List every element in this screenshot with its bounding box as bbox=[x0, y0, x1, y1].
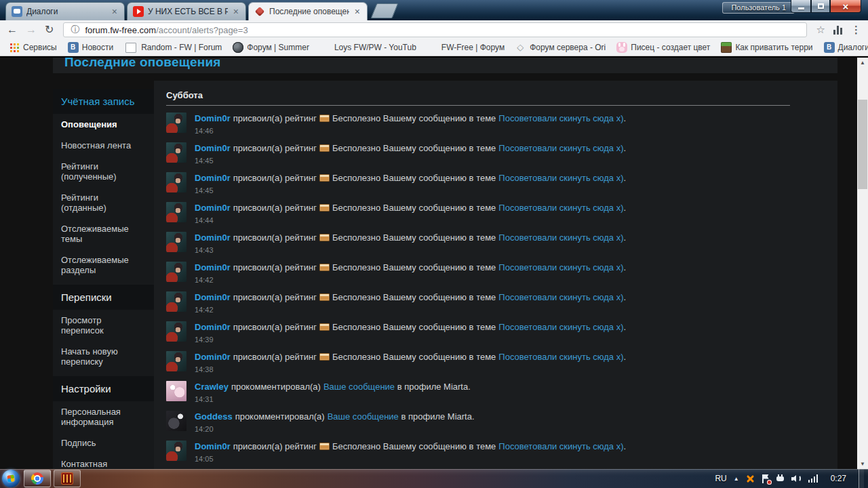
bookmark-item[interactable]: Форум сервера - Ori bbox=[511, 41, 610, 54]
avatar[interactable] bbox=[166, 321, 186, 342]
tab-close-icon[interactable]: × bbox=[111, 7, 119, 16]
alert-target-link[interactable]: Посоветовали скинуть сюда х) bbox=[498, 113, 623, 123]
bookmark-item[interactable]: Писец - создает цвет bbox=[612, 41, 715, 54]
username-link[interactable]: Domin0r bbox=[195, 113, 231, 123]
sidebar-item-link[interactable]: Рейтинги (отданные) bbox=[53, 187, 154, 218]
show-desktop-button[interactable] bbox=[859, 469, 864, 488]
bookmark-item[interactable]: Форум | Summer bbox=[228, 41, 314, 54]
maximize-button[interactable] bbox=[811, 0, 830, 13]
tab-close-icon[interactable]: × bbox=[353, 7, 361, 16]
bookmark-item[interactable]: FW-Free | Форум bbox=[422, 41, 509, 54]
alert-target-link[interactable]: Посоветовали скинуть сюда х) bbox=[498, 441, 623, 451]
sidebar-item-link[interactable]: Новостная лента bbox=[53, 135, 154, 156]
language-indicator[interactable]: RU bbox=[715, 474, 726, 483]
username-link[interactable]: Domin0r bbox=[195, 173, 231, 183]
bookmark-item[interactable]: Диалоги bbox=[819, 41, 868, 54]
page-scrollbar[interactable]: ▲ ▼ bbox=[857, 58, 868, 469]
username-link[interactable]: Domin0r bbox=[195, 352, 231, 362]
sidebar-item-link[interactable]: Персональная информация bbox=[53, 401, 154, 432]
sidebar-item-link[interactable]: Просмотр переписок bbox=[53, 310, 154, 341]
close-button[interactable]: × bbox=[830, 0, 861, 13]
sidebar-item-link[interactable]: Контактная информация bbox=[53, 453, 154, 469]
sidebar-item-link[interactable]: Начать новую переписку bbox=[53, 341, 154, 372]
sidebar-item-link[interactable]: Подпись bbox=[53, 432, 154, 453]
scroll-down-icon[interactable]: ▼ bbox=[857, 459, 868, 469]
page-info-icon[interactable]: ⓘ bbox=[71, 24, 79, 36]
network-plug-icon[interactable] bbox=[776, 474, 785, 483]
username-link[interactable]: Domin0r bbox=[195, 203, 231, 213]
scrollbar-thumb[interactable] bbox=[858, 100, 867, 189]
username-link[interactable]: Domin0r bbox=[195, 441, 231, 451]
avatar[interactable] bbox=[166, 232, 186, 252]
username-link[interactable]: Goddess bbox=[195, 411, 233, 422]
sidebar-item-section[interactable]: Настройки bbox=[53, 376, 154, 401]
bookmark-item[interactable]: Как приватить терри bbox=[716, 41, 817, 54]
address-bar[interactable]: ⓘ forum.fw-free.com/account/alerts?page=… bbox=[63, 22, 806, 37]
sidebar-item-link[interactable]: Рейтинги (полученные) bbox=[53, 156, 154, 187]
browser-toolbar: ← → ↻ ⓘ forum.fw-free.com/account/alerts… bbox=[0, 20, 868, 39]
avatar[interactable] bbox=[166, 172, 186, 192]
username-link[interactable]: Domin0r bbox=[195, 262, 231, 272]
antivirus-icon[interactable] bbox=[746, 474, 755, 483]
username-link[interactable]: Crawley bbox=[195, 382, 229, 392]
bookmark-item[interactable]: Сервисы bbox=[4, 41, 62, 54]
username-link[interactable]: Domin0r bbox=[195, 292, 231, 302]
alert-suffix-text: . bbox=[624, 322, 627, 332]
action-center-flag-icon[interactable] bbox=[762, 474, 770, 483]
tab-close-icon[interactable]: × bbox=[232, 7, 240, 16]
bookmark-star-icon[interactable]: ☆ bbox=[816, 24, 825, 36]
browser-tab[interactable]: У НИХ ЕСТЬ ВСЕ В PW! Т × bbox=[127, 2, 246, 20]
back-button[interactable]: ← bbox=[7, 24, 18, 35]
hidden-icons-arrow-icon[interactable]: ▲ bbox=[734, 476, 739, 482]
username-link[interactable]: Domin0r bbox=[195, 143, 231, 153]
extension-barchart-icon[interactable] bbox=[833, 26, 843, 35]
start-button[interactable] bbox=[2, 470, 20, 487]
alert-target-link[interactable]: Ваше сообщение bbox=[323, 382, 395, 392]
sidebar-item-tab-header[interactable]: Учётная запись bbox=[53, 89, 154, 114]
page-header: Последние оповещения bbox=[53, 58, 837, 73]
bookmark-item[interactable]: Новости bbox=[63, 41, 118, 54]
bookmark-item[interactable]: Loys FW/PW - YouTub bbox=[315, 41, 421, 54]
alert-target-link[interactable]: Посоветовали скинуть сюда х) bbox=[498, 262, 623, 272]
alert-target-link[interactable]: Посоветовали скинуть сюда х) bbox=[498, 232, 623, 243]
avatar[interactable] bbox=[166, 351, 186, 371]
clock[interactable]: 0:27 bbox=[825, 474, 852, 483]
sidebar-item-section[interactable]: Переписки bbox=[53, 285, 154, 310]
avatar[interactable] bbox=[166, 291, 186, 312]
forward-button[interactable]: → bbox=[26, 24, 37, 35]
username-link[interactable]: Domin0r bbox=[195, 232, 231, 243]
avatar[interactable] bbox=[166, 142, 186, 163]
avatar[interactable] bbox=[166, 381, 186, 401]
avatar[interactable] bbox=[166, 113, 186, 133]
avatar[interactable] bbox=[166, 441, 186, 461]
alert-target-link[interactable]: Посоветовали скинуть сюда х) bbox=[498, 322, 623, 332]
alert-target-link[interactable]: Посоветовали скинуть сюда х) bbox=[498, 352, 623, 362]
minimize-button[interactable] bbox=[791, 0, 811, 13]
alert-target-link[interactable]: Посоветовали скинуть сюда х) bbox=[498, 173, 623, 183]
chrome-menu-icon[interactable]: ⋮ bbox=[851, 24, 861, 36]
alert-target-link[interactable]: Ваше сообщение bbox=[328, 411, 399, 422]
chrome-profile-button[interactable]: Пользователь 1 bbox=[722, 2, 795, 14]
alert-target-link[interactable]: Посоветовали скинуть сюда х) bbox=[498, 143, 623, 153]
avatar[interactable] bbox=[166, 262, 186, 282]
sidebar-item-link[interactable]: Отслеживаемые разделы bbox=[53, 249, 154, 281]
sidebar-item-selected[interactable]: Оповещения bbox=[53, 114, 154, 135]
browser-tab[interactable]: Диалоги × bbox=[5, 2, 125, 20]
new-tab-button[interactable] bbox=[371, 3, 399, 18]
taskbar-game-button[interactable] bbox=[54, 470, 81, 487]
sidebar-item-link[interactable]: Отслеживаемые темы bbox=[53, 218, 154, 249]
alert-target-link[interactable]: Посоветовали скинуть сюда х) bbox=[498, 203, 623, 213]
taskbar-chrome-button[interactable] bbox=[24, 470, 51, 487]
alert-target-link[interactable]: Посоветовали скинуть сюда х) bbox=[498, 292, 623, 302]
alerts-list: Domin0rприсвоил(а) рейтингБесполезно Ваш… bbox=[166, 111, 825, 469]
avatar[interactable] bbox=[166, 411, 186, 431]
scroll-up-icon[interactable]: ▲ bbox=[857, 58, 868, 68]
username-link[interactable]: Domin0r bbox=[195, 322, 231, 332]
bookmark-label: Диалоги bbox=[838, 43, 868, 52]
avatar[interactable] bbox=[166, 202, 186, 222]
refresh-button[interactable]: ↻ bbox=[45, 24, 54, 35]
volume-icon[interactable] bbox=[791, 474, 802, 483]
bookmark-item[interactable]: Random - FW | Forum bbox=[119, 41, 226, 54]
browser-tab[interactable]: Последние оповещения × bbox=[248, 2, 368, 20]
signal-bars-icon[interactable] bbox=[808, 474, 818, 483]
